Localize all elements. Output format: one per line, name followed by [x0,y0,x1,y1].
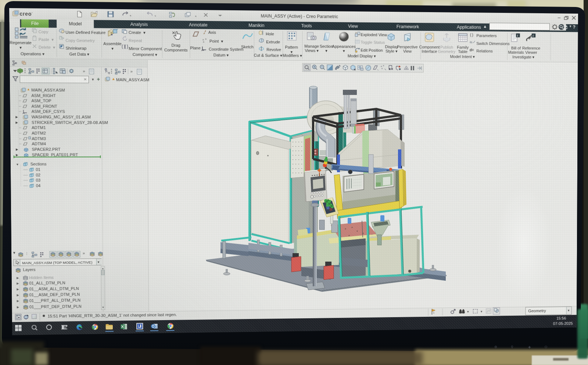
svg-text:⚲: ⚲ [511,345,513,349]
svg-text:⏻: ⏻ [545,345,547,349]
svg-text:⚙: ⚙ [494,345,497,349]
svg-text:✚: ✚ [528,345,531,349]
